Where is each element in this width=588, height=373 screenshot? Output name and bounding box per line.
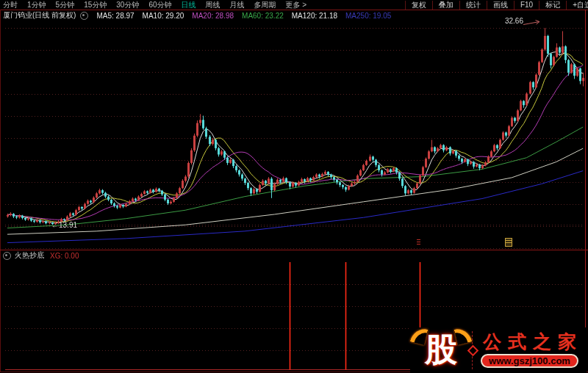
ma-value-label: MA5: 28.97 — [96, 12, 134, 20]
logo-bull-mark: 股 — [410, 329, 472, 372]
ma-value-label: MA20: 28.98 — [192, 12, 234, 20]
toolbar-button[interactable]: +自选 — [566, 1, 588, 10]
menu-item-period[interactable]: 月线 — [230, 0, 245, 10]
symbol-title: 厦门钨业(日线 前复权) — [3, 10, 76, 21]
indicator-circle-icon — [3, 252, 11, 260]
toolbar-button[interactable]: 统计 — [459, 1, 487, 10]
menu-item-period[interactable]: 周线 — [206, 0, 220, 10]
menu-item-period[interactable]: 1分钟 — [27, 0, 46, 10]
toolbar-button[interactable]: 复权 — [405, 1, 432, 10]
watermark-logo: 股 公式之家 www.gszj100.com — [410, 327, 587, 372]
menu-item-period[interactable]: 日线 — [182, 0, 196, 10]
low-price-annotation: ←13.91 — [51, 221, 77, 229]
menu-item-period[interactable]: 60分钟 — [148, 0, 171, 10]
menu-item-period[interactable]: 多周期 — [254, 0, 276, 10]
candlestick-chart-canvas[interactable] — [0, 0, 588, 373]
brand-url: www.gszj100.com — [481, 354, 578, 368]
menu-item-period[interactable]: 更多 > — [286, 0, 307, 10]
high-price-annotation: 32.66 — [497, 17, 523, 25]
symbol-badge-icon — [80, 12, 88, 20]
logo-divider — [472, 331, 473, 369]
panel-border-left — [0, 10, 1, 372]
toolbar-button[interactable]: 标记 — [539, 1, 566, 10]
trading-app-window: 分时1分钟5分钟15分钟30分钟60分钟日线周线月线多周期更多 > 复权叠加统计… — [0, 0, 588, 373]
panel-divider[interactable] — [0, 250, 588, 250]
menu-item-period[interactable]: 5分钟 — [56, 0, 75, 10]
indicator-name[interactable]: 火热抄底 — [15, 250, 44, 261]
indicator-value: XG: 0.00 — [50, 252, 79, 260]
chart-header: 厦门钨业(日线 前复权) MA5: 28.97MA10: 29.20MA20: … — [3, 11, 391, 20]
ma-value-label: MA120: 21.18 — [292, 12, 337, 20]
ma-value-label: MA250: 19.05 — [345, 12, 391, 20]
info-marker-yellow-icon[interactable] — [505, 238, 512, 247]
bull-horn-right-icon — [454, 325, 473, 344]
toolbar-right-menu: 复权叠加统计画线F10标记+自选 — [405, 0, 588, 10]
indicator-header: 火热抄底 XG: 0.00 — [3, 251, 79, 260]
logo-character: 股 — [425, 331, 457, 369]
menu-item-period[interactable]: 分时 — [3, 0, 18, 10]
brand-name: 公式之家 — [476, 332, 583, 352]
info-marker-red-icon[interactable] — [417, 239, 420, 246]
toolbar-button[interactable]: F10 — [514, 1, 539, 10]
ma-value-label: MA10: 29.20 — [143, 12, 184, 20]
menu-item-period[interactable]: 30分钟 — [116, 0, 139, 10]
panel-border-right — [585, 10, 586, 372]
ma-readouts: MA5: 28.97MA10: 29.20MA20: 28.98MA60: 23… — [88, 12, 391, 20]
ma-value-label: MA60: 23.22 — [242, 12, 284, 20]
toolbar-button[interactable]: 叠加 — [432, 1, 459, 10]
toolbar-button[interactable]: 画线 — [487, 1, 514, 10]
menu-item-period[interactable]: 15分钟 — [84, 0, 107, 10]
